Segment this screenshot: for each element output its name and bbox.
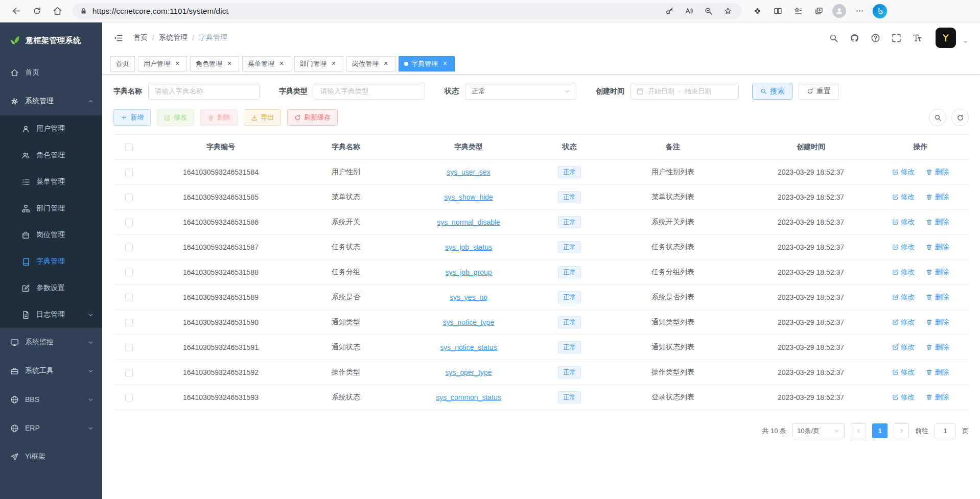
tab-post-management[interactable]: 岗位管理 × [346, 56, 395, 72]
dict-type-link[interactable]: sys_show_hide [444, 193, 493, 201]
search-button[interactable]: 搜索 [752, 83, 792, 100]
split-screen-icon[interactable] [768, 3, 787, 20]
row-edit-button[interactable]: 修改 [892, 193, 915, 202]
address-bar[interactable]: https://ccnetcore.com:1101/system/dict [73, 3, 742, 19]
sidebar-item-system-monitor[interactable]: 系统监控 [0, 328, 102, 357]
row-checkbox[interactable] [125, 219, 133, 226]
refresh-cache-button[interactable]: 刷新缓存 [287, 109, 338, 126]
row-delete-button[interactable]: 删除 [926, 393, 949, 402]
row-delete-button[interactable]: 删除 [926, 368, 949, 377]
dict-type-input[interactable] [314, 83, 425, 100]
row-delete-button[interactable]: 删除 [926, 243, 949, 252]
user-avatar[interactable] [936, 28, 956, 48]
sidebar-item-bbs[interactable]: BBS [0, 385, 102, 414]
favorite-star-icon[interactable] [720, 5, 735, 18]
row-edit-button[interactable]: 修改 [892, 318, 915, 327]
help-icon[interactable] [871, 33, 880, 43]
close-icon[interactable]: × [277, 60, 286, 68]
zoom-out-icon[interactable] [701, 5, 715, 18]
row-delete-button[interactable]: 删除 [926, 193, 949, 202]
prev-page-button[interactable] [851, 423, 866, 438]
read-aloud-icon[interactable] [682, 5, 696, 18]
goto-page-input[interactable] [935, 423, 956, 438]
header-search-icon[interactable] [829, 33, 838, 43]
fullscreen-icon[interactable] [892, 33, 901, 43]
select-all-checkbox[interactable] [125, 144, 133, 151]
github-icon[interactable] [850, 33, 859, 43]
row-checkbox[interactable] [125, 294, 133, 301]
row-checkbox[interactable] [125, 169, 133, 176]
row-delete-button[interactable]: 删除 [926, 168, 949, 177]
tab-role-management[interactable]: 角色管理 × [190, 56, 239, 72]
avatar-caret-down-icon[interactable] [962, 38, 969, 45]
delete-button[interactable]: 删除 [200, 109, 238, 126]
row-edit-button[interactable]: 修改 [892, 243, 915, 252]
row-delete-button[interactable]: 删除 [926, 318, 949, 327]
toggle-search-button[interactable] [929, 109, 946, 126]
sidebar-item-dept-management[interactable]: 部门管理 [0, 195, 102, 222]
row-edit-button[interactable]: 修改 [892, 218, 915, 227]
breadcrumb-home[interactable]: 首页 [133, 33, 148, 42]
browser-refresh-button[interactable] [28, 3, 46, 20]
edit-button[interactable]: 修改 [157, 109, 194, 126]
row-checkbox[interactable] [125, 269, 133, 276]
url-text[interactable]: https://ccnetcore.com:1101/system/dict [92, 7, 657, 15]
refresh-table-button[interactable] [951, 109, 969, 126]
dict-type-link[interactable]: sys_yes_no [450, 293, 487, 301]
dict-type-link[interactable]: sys_job_group [445, 268, 492, 276]
tab-menu-management[interactable]: 菜单管理 × [242, 56, 291, 72]
close-icon[interactable]: × [382, 60, 390, 68]
dict-type-link[interactable]: sys_oper_type [445, 368, 492, 376]
sidebar-item-system-management[interactable]: 系统管理 [0, 87, 102, 115]
row-checkbox[interactable] [125, 194, 133, 201]
row-checkbox[interactable] [125, 244, 133, 251]
browser-profile-avatar[interactable] [830, 3, 848, 20]
dict-type-link[interactable]: sys_notice_status [440, 343, 497, 351]
tab-home[interactable]: 首页 [110, 56, 135, 72]
browser-menu-icon[interactable] [850, 3, 869, 20]
collections-icon[interactable] [809, 3, 828, 20]
sidebar-item-log-management[interactable]: 日志管理 [0, 301, 102, 328]
sidebar-item-home[interactable]: 首页 [0, 58, 102, 87]
dict-type-link[interactable]: sys_job_status [445, 243, 493, 251]
close-icon[interactable]: × [225, 60, 234, 68]
row-edit-button[interactable]: 修改 [892, 343, 915, 352]
sidebar-toggle-button[interactable] [110, 30, 126, 46]
close-icon[interactable]: × [441, 60, 449, 68]
dict-type-link[interactable]: sys_normal_disable [437, 218, 500, 226]
sidebar-item-system-tools[interactable]: 系统工具 [0, 357, 102, 385]
password-key-icon[interactable] [662, 5, 676, 18]
current-page-button[interactable]: 1 [872, 423, 888, 438]
bing-icon[interactable] [871, 3, 889, 20]
tab-user-management[interactable]: 用户管理 × [138, 56, 187, 72]
row-checkbox[interactable] [125, 394, 133, 401]
row-edit-button[interactable]: 修改 [892, 268, 915, 277]
browser-back-button[interactable] [7, 3, 26, 20]
tab-dict-management[interactable]: 字典管理 × [399, 56, 455, 72]
dict-type-link[interactable]: sys_notice_type [443, 318, 494, 326]
breadcrumb-system[interactable]: 系统管理 [159, 33, 188, 42]
close-icon[interactable]: × [330, 60, 338, 68]
row-checkbox[interactable] [125, 319, 133, 326]
status-select[interactable]: 正常 [465, 83, 576, 100]
date-range-picker[interactable]: 开始日期 - 结束日期 [631, 83, 739, 100]
reset-button[interactable]: 重置 [799, 83, 839, 100]
favorites-icon[interactable] [789, 3, 807, 20]
row-delete-button[interactable]: 删除 [926, 343, 949, 352]
page-size-select[interactable]: 10条/页 [792, 423, 845, 438]
tab-dept-management[interactable]: 部门管理 × [294, 56, 343, 72]
sidebar-item-dict-management[interactable]: 字典管理 [0, 248, 102, 275]
dict-name-input[interactable] [148, 83, 260, 100]
row-delete-button[interactable]: 删除 [926, 293, 949, 302]
dict-type-link[interactable]: sys_user_sex [447, 168, 491, 176]
row-delete-button[interactable]: 删除 [926, 268, 949, 277]
browser-home-button[interactable] [48, 3, 66, 20]
row-checkbox[interactable] [125, 344, 133, 351]
sidebar-item-param-settings[interactable]: 参数设置 [0, 275, 102, 301]
add-button[interactable]: 新增 [113, 109, 151, 126]
row-checkbox[interactable] [125, 369, 133, 376]
sidebar-item-post-management[interactable]: 岗位管理 [0, 222, 102, 248]
sidebar-item-user-management[interactable]: 用户管理 [0, 115, 102, 142]
close-icon[interactable]: × [173, 60, 181, 68]
sidebar-item-erp[interactable]: ERP [0, 414, 102, 442]
